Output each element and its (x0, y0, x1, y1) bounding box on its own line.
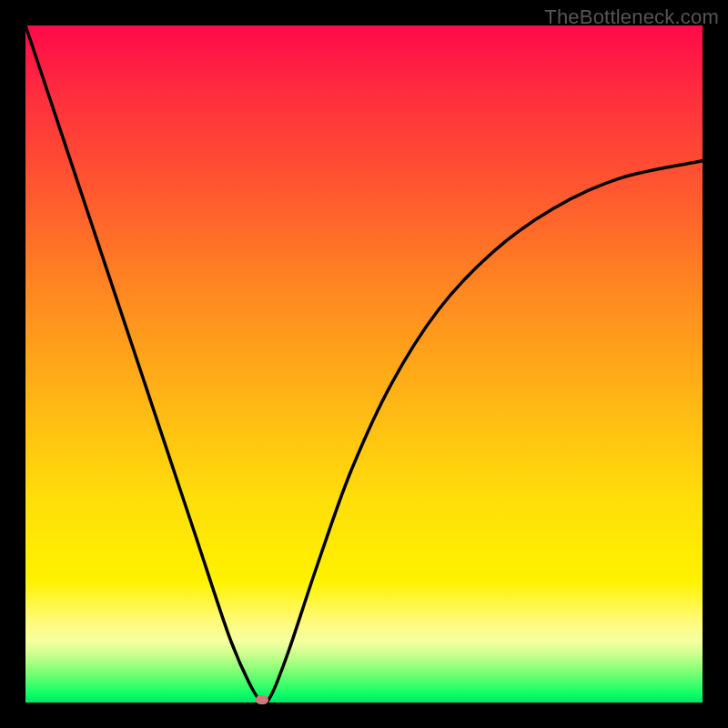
bottleneck-curve (25, 25, 703, 703)
chart-frame: TheBottleneck.com (0, 0, 728, 728)
optimum-marker (256, 695, 268, 704)
watermark-text: TheBottleneck.com (544, 5, 719, 29)
bottleneck-curve-path (25, 25, 703, 703)
chart-plot-area (25, 25, 703, 703)
